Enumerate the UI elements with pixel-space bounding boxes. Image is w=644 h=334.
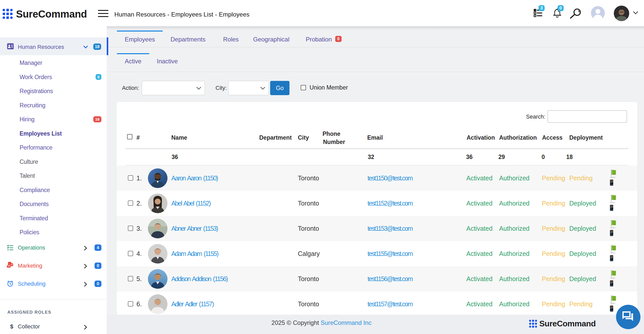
svg-text:$: $ xyxy=(10,323,13,330)
